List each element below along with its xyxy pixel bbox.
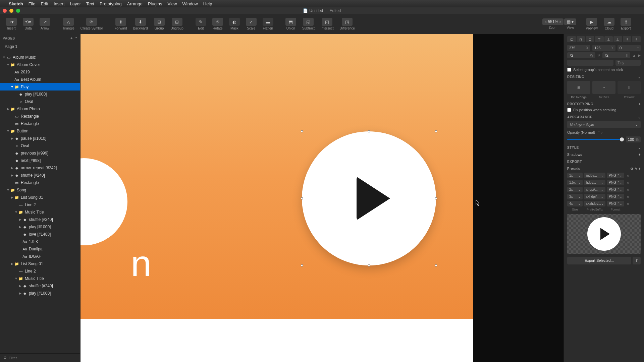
filter-input[interactable]	[9, 356, 77, 360]
layer-row[interactable]: ◆next [#998]	[0, 157, 80, 164]
add-shadow-icon[interactable]: +	[639, 153, 641, 157]
cloud-button[interactable]: ☁Cloud	[601, 16, 617, 32]
preset-prefix[interactable]: xhdpi/... ⌄	[584, 187, 605, 192]
preset-delete-icon[interactable]: ×	[626, 181, 630, 185]
menu-layer[interactable]: Layer	[70, 1, 81, 6]
disclosure-icon[interactable]: ▶	[18, 284, 22, 288]
preset-delete-icon[interactable]: ×	[626, 188, 630, 192]
align-center-v[interactable]: ⊥	[604, 36, 613, 42]
mask-button[interactable]: ◐Mask	[226, 16, 243, 32]
app-name[interactable]: Sketch	[9, 1, 23, 6]
layer-row[interactable]: —Line 2	[0, 267, 80, 275]
opacity-slider[interactable]	[567, 139, 624, 140]
fix-size-control[interactable]: ↔	[592, 81, 615, 94]
add-page-icon[interactable]: +	[70, 37, 72, 40]
select-content-checkbox[interactable]	[567, 68, 571, 72]
layer-row[interactable]: ▼📁Album Cover	[0, 61, 80, 68]
disclosure-icon[interactable]: ▼	[6, 129, 10, 133]
layer-row[interactable]: Aa1.9 K	[0, 238, 80, 245]
disclosure-icon[interactable]: ▼	[6, 188, 10, 192]
layer-row[interactable]: AaDualipa	[0, 245, 80, 253]
view-control[interactable]: ▦ ▾View	[564, 18, 576, 29]
menu-insert[interactable]: Insert	[54, 1, 65, 6]
menu-prototyping[interactable]: Prototyping	[100, 1, 122, 6]
triangle-button[interactable]: △Triangle	[60, 16, 77, 32]
layer-row[interactable]: ▼📁Music Title	[0, 208, 80, 216]
preset-format[interactable]: PNG ⌃⌄	[607, 201, 624, 206]
preset-prefix[interactable]: mdpi/... ⌄	[584, 173, 605, 178]
pin-edge-control[interactable]: ⊞	[567, 81, 590, 94]
distribute-v[interactable]: ⫴	[632, 36, 641, 42]
forward-button[interactable]: ⬆Forward	[112, 16, 130, 32]
create-symbol-button[interactable]: ⟳Create Symbol	[78, 16, 105, 32]
menu-file[interactable]: File	[29, 1, 36, 6]
disclosure-icon[interactable]: ▶	[10, 196, 14, 199]
layer-row[interactable]: ○Oval	[0, 142, 80, 149]
layer-row[interactable]: ▶◆shuffle [#240]	[0, 282, 80, 290]
selection-handle[interactable]	[368, 264, 370, 266]
layer-row[interactable]: Aa2019	[0, 68, 80, 76]
ungroup-button[interactable]: ⊟Ungroup	[168, 16, 186, 32]
y-field[interactable]	[594, 46, 611, 50]
selection-handle[interactable]	[301, 197, 303, 199]
subtract-button[interactable]: ◱Subtract	[300, 16, 317, 32]
difference-button[interactable]: ◳Difference	[337, 16, 357, 32]
layer-row[interactable]: ▶◆shuffle [#240]	[0, 216, 80, 223]
layer-row[interactable]: ▼📁Button	[0, 127, 80, 135]
preset-size[interactable]: 4x ⌄	[567, 201, 583, 206]
fix-scroll-checkbox[interactable]	[567, 108, 571, 112]
page-item[interactable]: Page 1	[0, 42, 80, 51]
radius-field[interactable]	[569, 61, 611, 65]
layer-row[interactable]: ▶◆arrow_repeat [#242]	[0, 164, 80, 172]
layer-row[interactable]: ▭Rectangle	[0, 113, 80, 120]
layer-row[interactable]: AaBest Album	[0, 76, 80, 83]
menu-window[interactable]: Window	[182, 1, 198, 6]
preset-knife-icon[interactable]: ✎	[635, 167, 638, 171]
resizing-collapse-icon[interactable]: ⌄	[638, 75, 641, 79]
disclosure-icon[interactable]: ▶	[18, 218, 22, 221]
layer-row[interactable]: ▭Rectangle	[0, 120, 80, 127]
selection-handle[interactable]	[368, 130, 370, 132]
rotate-button[interactable]: ⟲Rotate	[210, 16, 226, 32]
flip-h-icon[interactable]: ▲	[632, 53, 636, 57]
align-left[interactable]: ⊏	[567, 36, 576, 42]
disclosure-icon[interactable]: ▶	[10, 262, 14, 265]
disclosure-icon[interactable]: ▼	[6, 63, 10, 66]
add-preset-icon[interactable]: +	[639, 167, 641, 171]
zoom-control[interactable]: ‹ 551% ›Zoom	[542, 18, 564, 29]
appearance-collapse-icon[interactable]: ⌄	[638, 115, 641, 119]
layer-row[interactable]: ▶📁List Song 01	[0, 260, 80, 267]
x-field[interactable]	[569, 46, 586, 50]
backward-button[interactable]: ⬇Backward	[130, 16, 151, 32]
canvas[interactable]: n	[80, 34, 564, 362]
layer-row[interactable]: ▶📁List Song 01	[0, 194, 80, 201]
layer-row[interactable]: ▶◆play [#1000]	[0, 290, 80, 297]
layer-row[interactable]: ▶◆pause [#1010]	[0, 135, 80, 142]
layer-row[interactable]: ▭Rectangle	[0, 179, 80, 186]
layer-row[interactable]: AaIDGAF	[0, 253, 80, 260]
layer-row[interactable]: ▼📁Song	[0, 186, 80, 194]
preset-delete-icon[interactable]: ×	[626, 195, 630, 199]
arrow-button[interactable]: ↗Arrow	[37, 16, 53, 32]
style-collapse-icon[interactable]: ⌄	[638, 146, 641, 149]
distribute-h[interactable]: ⫴	[623, 36, 632, 42]
layer-style-dropdown[interactable]: No Layer Style⌄	[567, 121, 641, 128]
disclosure-icon[interactable]: ▶	[6, 107, 10, 111]
preset-prefix[interactable]: xxhdpi/... ⌄	[584, 194, 605, 199]
menu-help[interactable]: Help	[203, 1, 212, 6]
layer-row[interactable]: ◆play [#1000]	[0, 90, 80, 98]
layer-row[interactable]: ▶◆play [#1000]	[0, 223, 80, 231]
layer-row[interactable]: ▼▭Album Music	[0, 54, 80, 61]
disclosure-icon[interactable]: ▶	[18, 225, 22, 229]
disclosure-icon[interactable]: ▶	[10, 174, 14, 177]
disclosure-icon[interactable]: ▼	[10, 85, 14, 88]
layer-row[interactable]: —Line 2	[0, 201, 80, 208]
preset-delete-icon[interactable]: ×	[626, 174, 630, 178]
disclosure-icon[interactable]: ▶	[10, 137, 14, 140]
layer-row[interactable]: ◆previous [#999]	[0, 149, 80, 157]
data-button[interactable]: ⟲▾Data	[20, 16, 36, 32]
align-center-h[interactable]: ⊓	[577, 36, 585, 42]
opacity-mode-icon[interactable]: ⌃⌄	[597, 130, 603, 134]
intersect-button[interactable]: ◰Intersect	[318, 16, 336, 32]
opacity-field[interactable]	[628, 137, 636, 141]
